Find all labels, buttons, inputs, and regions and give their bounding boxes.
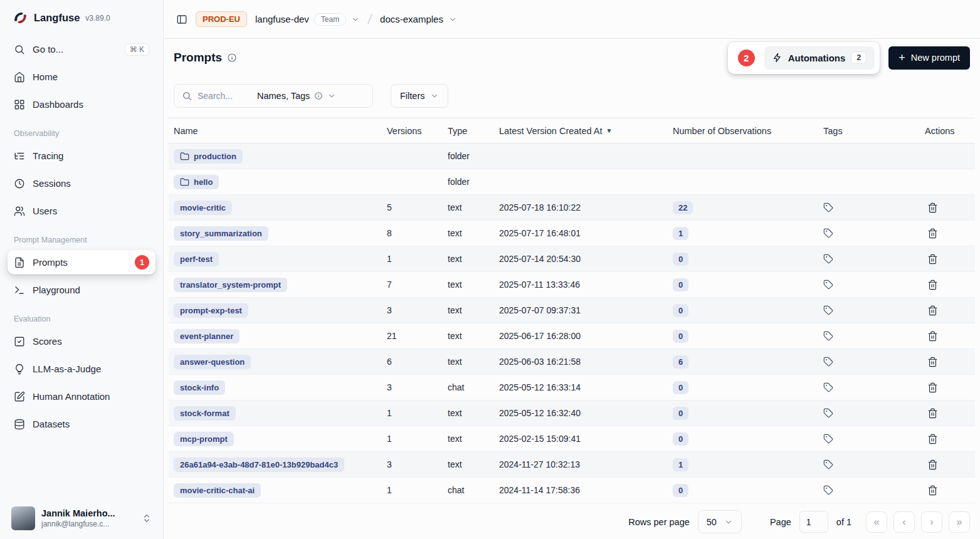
sidebar-item-playground[interactable]: Playground: [8, 278, 155, 302]
prompt-link[interactable]: stock-format: [174, 406, 236, 421]
next-page-button[interactable]: ›: [921, 511, 942, 533]
table-row[interactable]: prompt-exp-test3text2025-07-07 09:37:310: [169, 298, 975, 323]
tag-icon[interactable]: [823, 434, 833, 444]
search-icon: [14, 44, 25, 55]
delete-prompt-button[interactable]: [925, 354, 940, 370]
automations-button[interactable]: Automations 2: [764, 46, 875, 70]
tag-icon[interactable]: [823, 331, 833, 341]
sidebar-item-datasets[interactable]: Datasets: [8, 412, 155, 436]
trash-icon: [927, 228, 938, 239]
delete-prompt-button[interactable]: [925, 483, 940, 498]
column-header-observations[interactable]: Number of Observations: [668, 126, 818, 136]
sidebar-item-tracing[interactable]: Tracing: [8, 144, 155, 168]
prompt-link[interactable]: perf-test: [174, 252, 219, 266]
prompt-link[interactable]: event-planner: [174, 329, 240, 343]
environment-badge: PROD-EU: [196, 11, 247, 27]
sidebar-item-dashboards[interactable]: Dashboards: [8, 92, 155, 117]
prompt-name-cell: hello: [169, 175, 382, 189]
tag-icon[interactable]: [823, 382, 833, 392]
delete-prompt-button[interactable]: [925, 328, 940, 344]
prompt-link[interactable]: movie-critic: [174, 201, 232, 215]
tag-icon[interactable]: [823, 280, 833, 290]
first-page-button[interactable]: «: [866, 511, 887, 533]
table-row[interactable]: movie-critic-chat-ai1chat2024-11-14 17:5…: [169, 478, 975, 503]
column-header-name[interactable]: Name: [169, 126, 382, 136]
table-row[interactable]: hellofolder: [169, 169, 975, 195]
prompt-name-cell: event-planner: [169, 329, 382, 343]
versions-cell: 3: [382, 459, 443, 469]
table-row[interactable]: stock-info3chat2025-05-12 16:33:140: [169, 375, 975, 400]
prompt-name: movie-critic: [180, 203, 226, 212]
prompt-link[interactable]: 26a61a94-e3ab-48d7-81e0-13b929bad4c3: [174, 458, 344, 472]
table-row[interactable]: event-planner21text2025-06-17 16:28:000: [169, 323, 975, 349]
brand[interactable]: Langfuse v3.89.0: [8, 9, 155, 27]
info-icon[interactable]: [227, 53, 237, 63]
sidebar-item-home[interactable]: Home: [8, 65, 155, 89]
new-prompt-button[interactable]: + New prompt: [888, 46, 970, 70]
prompt-link[interactable]: translator_system-prompt: [174, 278, 287, 292]
table-row[interactable]: stock-format1text2025-05-12 16:32:400: [169, 400, 975, 426]
column-header-versions[interactable]: Versions: [382, 126, 443, 136]
last-page-button[interactable]: »: [949, 511, 970, 533]
folder-link[interactable]: hello: [174, 175, 219, 189]
delete-prompt-button[interactable]: [925, 457, 940, 473]
prompt-link[interactable]: mcp-prompt: [174, 432, 234, 446]
sidebar-item-llm-as-a-judge[interactable]: LLM-as-a-Judge: [8, 357, 155, 381]
tag-icon[interactable]: [823, 305, 833, 315]
table-row[interactable]: translator_system-prompt7text2025-07-11 …: [169, 272, 975, 298]
tag-icon[interactable]: [823, 408, 833, 418]
prompt-link[interactable]: movie-critic-chat-ai: [174, 483, 261, 498]
table-row[interactable]: answer-question6text2025-06-03 16:21:586: [169, 349, 975, 375]
goto-search[interactable]: Go to... ⌘ K: [8, 37, 155, 61]
table-row[interactable]: movie-critic5text2025-07-18 16:10:2222: [169, 195, 975, 221]
page-number-input[interactable]: [799, 511, 828, 533]
search-input[interactable]: [198, 91, 251, 101]
tag-icon[interactable]: [823, 357, 833, 367]
tag-icon[interactable]: [823, 228, 833, 238]
sidebar-item-users[interactable]: Users: [8, 199, 155, 223]
table-row[interactable]: 26a61a94-e3ab-48d7-81e0-13b929bad4c33tex…: [169, 452, 975, 478]
filters-button[interactable]: Filters: [391, 84, 448, 108]
delete-prompt-button[interactable]: [925, 226, 940, 241]
sidebar-item-sessions[interactable]: Sessions: [8, 171, 155, 196]
tag-icon[interactable]: [823, 254, 833, 264]
sidebar-item-prompts[interactable]: Prompts 1: [8, 250, 155, 275]
prompt-link[interactable]: prompt-exp-test: [174, 303, 248, 318]
previous-page-button[interactable]: ‹: [893, 511, 915, 533]
folder-link[interactable]: production: [174, 149, 243, 164]
search-scope-dropdown[interactable]: Names, Tags: [257, 91, 336, 101]
sidebar-toggle-button[interactable]: [176, 14, 187, 25]
sidebar-item-scores[interactable]: Scores: [8, 329, 155, 353]
versions-cell: 8: [382, 228, 443, 238]
delete-prompt-button[interactable]: [925, 431, 940, 447]
table-row[interactable]: perf-test1text2025-07-14 20:54:300: [169, 246, 975, 272]
sidebar-item-human-annotation[interactable]: Human Annotation: [8, 384, 155, 409]
prompt-link[interactable]: answer-question: [174, 355, 251, 369]
project-switcher[interactable]: docs-examples: [380, 14, 457, 24]
delete-prompt-button[interactable]: [925, 380, 940, 395]
user-menu[interactable]: Jannik Maierho... jannik@langfuse.c...: [8, 503, 155, 531]
prompt-link[interactable]: story_summarization: [174, 226, 268, 241]
table-row[interactable]: story_summarization8text2025-07-17 16:48…: [169, 221, 975, 246]
delete-prompt-button[interactable]: [925, 251, 940, 267]
delete-prompt-button[interactable]: [925, 277, 940, 293]
org-switcher[interactable]: langfuse-dev Team: [255, 13, 360, 26]
file-text-icon: [14, 257, 25, 268]
tag-icon[interactable]: [823, 202, 833, 212]
table-row[interactable]: mcp-prompt1text2025-02-15 15:09:410: [169, 426, 975, 452]
column-header-created[interactable]: Latest Version Created At ▼: [494, 126, 668, 136]
column-header-actions: Actions: [920, 126, 975, 136]
column-header-tags[interactable]: Tags: [818, 126, 920, 136]
delete-prompt-button[interactable]: [925, 200, 940, 216]
tag-icon[interactable]: [823, 459, 833, 469]
info-icon: [314, 92, 323, 100]
tag-icon[interactable]: [823, 485, 833, 495]
prompt-link[interactable]: stock-info: [174, 380, 225, 395]
column-header-type[interactable]: Type: [443, 126, 494, 136]
observations-cell: 0: [668, 432, 818, 446]
rows-per-page-select[interactable]: 50: [698, 510, 742, 533]
table-row[interactable]: productionfolder: [169, 144, 975, 169]
delete-prompt-button[interactable]: [925, 406, 940, 421]
delete-prompt-button[interactable]: [925, 303, 940, 318]
search-box[interactable]: Names, Tags: [174, 84, 373, 108]
